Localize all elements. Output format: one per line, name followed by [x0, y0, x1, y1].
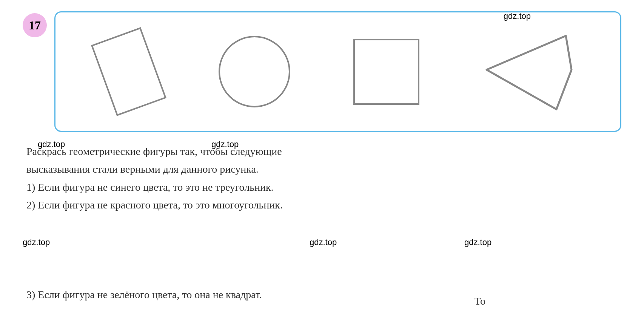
watermark-bottom-1: gdz.top — [23, 237, 50, 247]
tilted-rectangle-container — [102, 34, 155, 109]
square-container — [353, 39, 419, 105]
shapes-box — [54, 11, 621, 132]
statement-1: 1) Если фигура не синего цвета, то это н… — [26, 179, 621, 195]
circle-shape — [219, 36, 290, 107]
watermark-bottom-3: gdz.top — [464, 237, 491, 247]
watermark-bottom-2: gdz.top — [310, 237, 337, 247]
to-text: То — [475, 295, 485, 307]
task-number: 17 — [23, 13, 47, 37]
page-container: gdz.top 17 — [0, 0, 644, 311]
quadrilateral-container — [483, 30, 573, 113]
instruction-line2: высказывания стали верными для данного р… — [26, 161, 621, 177]
circle-container — [219, 36, 290, 107]
square-shape — [353, 39, 419, 105]
svg-marker-0 — [487, 36, 572, 109]
text-section: Раскрась геометрические фигуры так, чтоб… — [23, 143, 621, 213]
statement-3-container: 3) Если фигура не зелёного цвета, то она… — [26, 286, 621, 304]
statement-3: 3) Если фигура не зелёного цвета, то она… — [26, 286, 621, 303]
quadrilateral-shape — [483, 30, 573, 113]
task-header: 17 — [23, 11, 621, 132]
statement-2: 2) Если фигура не красного цвета, то это… — [26, 197, 621, 213]
instruction-line1: Раскрась геометрические фигуры так, чтоб… — [26, 143, 621, 159]
tilted-rectangle-shape — [91, 27, 166, 116]
